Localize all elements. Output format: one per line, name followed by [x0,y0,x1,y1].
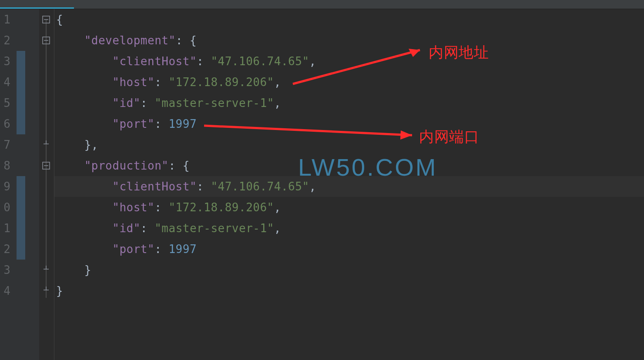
code-line[interactable]: "production": { [54,155,644,176]
code-area[interactable]: 内网地址 内网端口 LW50.COM { "development": { "c… [54,9,644,360]
token-pun [56,222,112,235]
code-line[interactable]: } [54,280,644,301]
change-marker [17,197,25,218]
line-number: 1 [0,218,10,239]
code-line[interactable]: "port": 1997 [54,113,644,134]
line-number: 1 [0,9,10,30]
token-pun: : [197,180,211,193]
token-pun: , [274,97,281,110]
token-pun [56,55,112,68]
line-number: 2 [0,239,10,260]
token-pun: : [176,34,190,47]
code-line[interactable]: "port": 1997 [54,239,644,260]
token-pun: , [309,55,316,68]
token-key: "development" [84,34,176,47]
line-number: 4 [0,72,10,93]
code-line[interactable]: "host": "172.18.89.206", [54,72,644,93]
fold-close-icon[interactable] [42,140,50,149]
change-marker [17,239,25,260]
line-number: 0 [0,197,10,218]
code-line[interactable]: "clientHost": "47.106.74.65", [54,176,644,197]
token-pun [56,34,84,47]
token-pun: , [91,138,98,151]
token-pun: : [141,222,154,235]
line-number: 3 [0,51,10,72]
code-line[interactable]: } [54,260,644,280]
fold-guide-line [46,20,47,298]
token-pun [56,159,84,172]
line-number: 2 [0,30,10,51]
fold-column[interactable] [39,9,54,360]
token-pun [56,117,112,130]
token-pun [56,263,84,277]
token-key: "host" [112,201,154,214]
token-str: "172.18.89.206" [168,76,274,89]
token-pun [56,180,112,193]
token-pun [56,76,112,89]
token-pun: : [154,243,168,256]
token-pun [56,201,112,214]
line-number-gutter[interactable]: 12345678901234 [0,9,13,360]
line-number: 9 [0,176,10,197]
token-pun: : [197,55,211,68]
token-key: "id" [112,97,141,110]
token-pun: : [168,159,182,172]
line-number: 5 [0,93,10,113]
token-num: 1997 [168,243,197,256]
editor-tab-strip[interactable] [0,0,644,9]
fold-close-icon[interactable] [42,287,50,295]
token-key: "port" [112,117,154,130]
token-pun: : [154,76,168,89]
token-key: "port" [112,243,154,256]
line-number: 6 [0,113,10,134]
token-brc: { [190,34,197,47]
token-brc: { [56,13,63,26]
token-pun: : [141,97,154,110]
token-pun: , [274,222,281,235]
token-key: "clientHost" [112,55,197,68]
token-pun: : [154,117,168,130]
fold-open-icon[interactable] [42,161,50,170]
code-line[interactable]: "id": "master-server-1", [54,93,644,113]
token-pun: , [309,180,316,193]
line-number: 8 [0,155,10,176]
token-key: "id" [112,222,141,235]
marker-gutter[interactable] [13,9,39,360]
code-line[interactable]: "host": "172.18.89.206", [54,197,644,218]
code-line[interactable]: { [54,9,644,30]
change-marker [17,218,25,239]
token-num: 1997 [168,117,197,130]
line-number: 3 [0,260,10,280]
token-str: "master-server-1" [154,222,274,235]
line-number: 4 [0,280,10,301]
token-pun: , [274,76,281,89]
token-pun: : [154,201,168,214]
change-marker [17,176,25,197]
fold-open-icon[interactable] [42,15,50,24]
change-marker [17,93,25,113]
token-brc: } [84,263,91,277]
token-str: "47.106.74.65" [211,55,309,68]
fold-open-icon[interactable] [42,36,50,45]
editor-root: 12345678901234 内网地址 内网端口 LW50.COM { "dev… [0,9,644,360]
code-line[interactable]: "clientHost": "47.106.74.65", [54,51,644,72]
code-line[interactable]: "development": { [54,30,644,51]
token-str: "47.106.74.65" [211,180,309,193]
fold-close-icon[interactable] [42,266,50,274]
active-tab-underline [0,7,74,9]
token-pun [56,138,84,151]
token-key: "clientHost" [112,180,197,193]
code-line[interactable]: }, [54,134,644,155]
token-pun [56,243,112,256]
token-brc: } [84,138,91,151]
token-key: "host" [112,76,154,89]
code-line[interactable]: "id": "master-server-1", [54,218,644,239]
line-number: 7 [0,134,10,155]
change-marker [17,51,25,72]
token-pun [56,97,112,110]
token-str: "master-server-1" [154,97,274,110]
token-brc: { [183,159,190,172]
token-str: "172.18.89.206" [168,201,274,214]
token-brc: } [56,284,63,297]
token-key: "production" [84,159,169,172]
